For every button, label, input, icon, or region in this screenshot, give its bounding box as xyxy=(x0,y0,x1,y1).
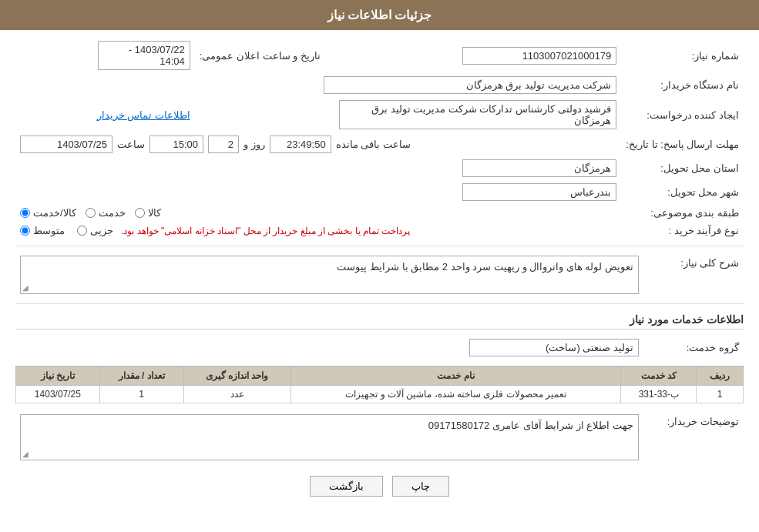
contact-link-cell: اطلاعات تماس خریدار xyxy=(15,97,195,132)
deadline-time-input: 15:00 xyxy=(149,136,203,153)
services-header-row: ردیف کد خدمت نام خدمت واحد اندازه گیری ت… xyxy=(16,366,744,386)
row-service-group: گروه خدمت: تولید صنعتی (ساخت) xyxy=(15,336,744,360)
remaining-days-input: 2 xyxy=(208,136,239,153)
city-input: بندرعباس xyxy=(462,183,616,201)
radio-khedmat-label: خدمت xyxy=(99,207,126,219)
row-need-number: شماره نیاز: 1103007021000179 تاریخ و ساع… xyxy=(15,38,744,73)
service-group-input: تولید صنعتی (ساخت) xyxy=(469,339,639,356)
col-row: ردیف xyxy=(697,366,744,386)
remaining-time-input: 23:49:50 xyxy=(270,136,331,153)
desc-wrapper: تعویض لوله های واترواال و ریهیت سرد واحد… xyxy=(20,256,639,294)
back-button[interactable]: بازگشت xyxy=(310,476,383,497)
general-desc-text: تعویض لوله های واترواال و ریهیت سرد واحد… xyxy=(337,261,633,273)
resize-icon: ◢ xyxy=(22,283,29,292)
buyer-resize-icon: ◢ xyxy=(22,450,29,458)
creator-value: فرشید دولتی کارشناس تدارکات شرکت مدیریت … xyxy=(195,97,622,132)
deadline-label: مهلت ارسال پاسخ: تا تاریخ: xyxy=(621,132,744,156)
table-cell: ب-33-331 xyxy=(621,386,697,403)
deadline-row: 1403/07/25 ساعت 15:00 2 روز و 23:4 xyxy=(15,132,621,156)
row-deadline: مهلت ارسال پاسخ: تا تاریخ: 1403/07/25 سا… xyxy=(15,132,744,156)
creator-label: ایجاد کننده درخواست: xyxy=(621,97,744,132)
radio-kala-label: کالا xyxy=(148,207,161,219)
contact-link[interactable]: اطلاعات تماس خریدار xyxy=(97,109,190,121)
table-cell: 1 xyxy=(99,386,183,403)
divider-1 xyxy=(15,246,744,246)
announcement-date-value: 1403/07/22 - 14:04 xyxy=(15,38,195,73)
buyer-desc-value: جهت اطلاع از شرایط آقای عامری 0917158017… xyxy=(15,411,643,463)
service-group-value: تولید صنعتی (ساخت) xyxy=(15,336,643,360)
radio-khedmat: خدمت xyxy=(86,207,126,219)
deadline-date-input: 1403/07/25 xyxy=(20,136,113,153)
radio-kala-khedmat-label: کالا/خدمت xyxy=(33,207,76,219)
announcement-date-input: 1403/07/22 - 14:04 xyxy=(98,41,190,70)
buyer-desc-wrapper: جهت اطلاع از شرایط آقای عامری 0917158017… xyxy=(20,414,639,460)
radio-kala: کالا xyxy=(135,207,161,219)
radio-khedmat-input[interactable] xyxy=(86,208,96,218)
row-category: طبقه بندی موضوعی: کالا/خدمت خدمت xyxy=(15,204,744,222)
remaining-days-label: روز و xyxy=(243,139,265,150)
general-desc-box: تعویض لوله های واترواال و ریهیت سرد واحد… xyxy=(20,256,639,294)
radio-motavasset-input[interactable] xyxy=(20,226,30,236)
province-input: هرمزگان xyxy=(462,159,616,177)
table-cell: تعمیر محصولات فلزی ساخته شده، ماشین آلات… xyxy=(291,386,621,403)
province-label: استان محل تحویل: xyxy=(621,156,744,180)
purchase-radio-group: متوسط جزیی xyxy=(20,225,113,236)
service-group-label: گروه خدمت: xyxy=(643,336,744,360)
table-cell: 1 xyxy=(697,386,744,403)
buyer-name-value: شرکت مدیریت تولید برق هرمزگان xyxy=(15,73,621,97)
page-header: جزئیات اطلاعات نیاز xyxy=(0,0,759,30)
buyer-desc-table: توضیحات خریدار: جهت اطلاع از شرایط آقای … xyxy=(15,411,744,463)
services-section-title: اطلاعات خدمات مورد نیاز xyxy=(15,313,744,330)
services-table: ردیف کد خدمت نام خدمت واحد اندازه گیری ت… xyxy=(15,366,744,403)
table-cell: 1403/07/25 xyxy=(16,386,100,403)
row-creator: ایجاد کننده درخواست: فرشید دولتی کارشناس… xyxy=(15,97,744,132)
row-buyer-name: نام دستگاه خریدار: شرکت مدیریت تولید برق… xyxy=(15,73,744,97)
general-desc-label: شرح کلی نیاز: xyxy=(643,253,744,297)
remaining-time-label: ساعت باقی مانده xyxy=(336,139,411,150)
info-table: شماره نیاز: 1103007021000179 تاریخ و ساع… xyxy=(15,38,744,239)
page-container: جزئیات اطلاعات نیاز شماره نیاز: 11030070… xyxy=(0,0,759,532)
creator-input: فرشید دولتی کارشناس تدارکات شرکت مدیریت … xyxy=(339,100,616,129)
service-group-table: گروه خدمت: تولید صنعتی (ساخت) xyxy=(15,336,744,360)
radio-jozi: جزیی xyxy=(77,225,113,236)
buyer-desc-label: توضیحات خریدار: xyxy=(643,411,744,463)
purchase-note: پرداخت تمام یا بخشی از مبلغ خریدار از مح… xyxy=(121,226,410,236)
buyer-desc-text: جهت اطلاع از شرایط آقای عامری 0917158017… xyxy=(428,420,633,431)
radio-jozi-input[interactable] xyxy=(77,226,87,236)
deadline-time-label: ساعت xyxy=(117,139,145,150)
row-buyer-desc: توضیحات خریدار: جهت اطلاع از شرایط آقای … xyxy=(15,411,744,463)
row-purchase-type: نوع فرآیند خرید : متوسط جزیی xyxy=(15,222,744,239)
table-row: 1ب-33-331تعمیر محصولات فلزی ساخته شده، م… xyxy=(16,386,744,403)
purchase-type-content: متوسط جزیی پرداخت تمام یا بخشی از مبلغ خ… xyxy=(15,222,621,239)
city-value: بندرعباس xyxy=(15,180,621,204)
print-button[interactable]: چاپ xyxy=(392,476,449,497)
category-radio-group: کالا/خدمت خدمت کالا xyxy=(20,207,616,219)
col-qty: تعداد / مقدار xyxy=(99,366,183,386)
radio-jozi-label: جزیی xyxy=(90,225,113,236)
category-label: طبقه بندی موضوعی: xyxy=(621,204,744,222)
col-date: تاریخ نیاز xyxy=(16,366,100,386)
radio-kala-khedmat: کالا/خدمت xyxy=(20,207,76,219)
buyer-desc-box: جهت اطلاع از شرایط آقای عامری 0917158017… xyxy=(20,414,639,460)
radio-kala-input[interactable] xyxy=(135,208,145,218)
general-desc-value: تعویض لوله های واترواال و ریهیت سرد واحد… xyxy=(15,253,643,297)
need-number-label: شماره نیاز: xyxy=(621,38,744,73)
buyer-name-input: شرکت مدیریت تولید برق هرمزگان xyxy=(324,76,616,94)
radio-kala-khedmat-input[interactable] xyxy=(20,208,30,218)
purchase-type-row: متوسط جزیی پرداخت تمام یا بخشی از مبلغ خ… xyxy=(20,225,616,236)
need-number-value: 1103007021000179 xyxy=(336,38,621,73)
bottom-buttons: چاپ بازگشت xyxy=(15,476,744,497)
category-radios: کالا/خدمت خدمت کالا xyxy=(15,204,621,222)
table-cell: عدد xyxy=(183,386,291,403)
row-city: شهر محل تحویل: بندرعباس xyxy=(15,180,744,204)
main-content: شماره نیاز: 1103007021000179 تاریخ و ساع… xyxy=(0,30,759,517)
page-title: جزئیات اطلاعات نیاز xyxy=(327,8,432,22)
province-value: هرمزگان xyxy=(15,156,621,180)
buyer-name-label: نام دستگاه خریدار: xyxy=(621,73,744,97)
purchase-type-label: نوع فرآیند خرید : xyxy=(621,222,744,239)
description-table: شرح کلی نیاز: تعویض لوله های واترواال و … xyxy=(15,253,744,297)
radio-motavasset-label: متوسط xyxy=(33,225,65,236)
radio-motavasset: متوسط xyxy=(20,225,65,236)
row-general-desc: شرح کلی نیاز: تعویض لوله های واترواال و … xyxy=(15,253,744,297)
col-unit: واحد اندازه گیری xyxy=(183,366,291,386)
